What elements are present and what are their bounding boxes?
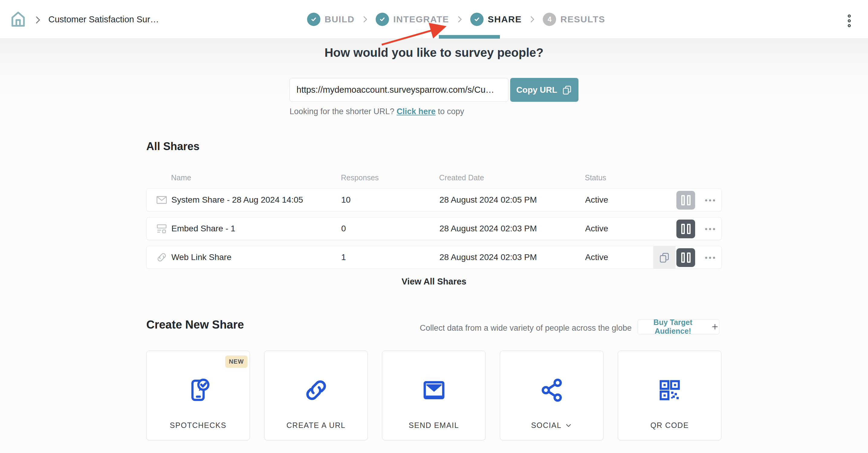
table-row[interactable]: System Share - 28 Aug 2024 14:05 10 28 A… <box>146 189 722 212</box>
step-chevron-icon <box>528 15 537 24</box>
chevron-down-icon[interactable] <box>564 422 572 429</box>
shorter-url-line: Looking for the shorter URL? Click here … <box>289 107 464 116</box>
shorter-url-suffix: to copy <box>435 107 464 116</box>
create-new-share-subtitle: Collect data from a wide variety of peop… <box>0 323 632 333</box>
social-share-icon <box>538 376 566 404</box>
share-created-date: 28 August 2024 02:03 PM <box>439 253 537 262</box>
copy-share-link-button[interactable] <box>653 246 676 269</box>
new-badge: NEW <box>225 355 248 368</box>
card-label: CREATE A URL <box>265 421 368 430</box>
kebab-horizontal-icon <box>705 257 707 259</box>
step-results[interactable]: 4 RESULTS <box>543 13 605 26</box>
qr-code-icon <box>656 376 684 404</box>
share-created-date: 28 August 2024 02:05 PM <box>439 195 537 205</box>
breadcrumb-chevron-icon <box>33 15 43 25</box>
share-card-spotchecks[interactable]: NEW SPOTCHECKS <box>146 351 250 440</box>
shorter-url-prefix: Looking for the shorter URL? <box>289 107 397 116</box>
share-card-send-email[interactable]: SEND EMAIL <box>382 351 486 440</box>
pause-share-button[interactable] <box>676 220 695 238</box>
survey-url-input[interactable] <box>289 78 508 102</box>
share-responses: 1 <box>341 253 346 262</box>
copy-icon <box>562 85 572 95</box>
plus-icon <box>711 322 719 331</box>
pause-share-button[interactable] <box>676 248 695 267</box>
pause-icon <box>681 253 685 263</box>
share-name: Web Link Share <box>172 253 231 262</box>
step-label: SHARE <box>488 14 522 25</box>
embed-icon <box>155 222 168 235</box>
kebab-horizontal-icon <box>705 199 707 201</box>
buy-target-audience-button[interactable]: Buy Target Audience! <box>638 319 719 334</box>
check-circle-icon <box>376 13 389 26</box>
row-menu-button[interactable] <box>703 189 717 212</box>
card-label: SPOTCHECKS <box>147 421 250 430</box>
kebab-horizontal-icon <box>705 228 707 230</box>
share-page: How would you like to survey people? Cop… <box>0 39 868 453</box>
check-circle-icon <box>470 13 484 26</box>
share-name: System Share - 28 Aug 2024 14:05 <box>172 195 303 205</box>
share-status: Active <box>585 195 608 205</box>
kebab-vertical-icon <box>848 14 851 18</box>
share-card-qr-code[interactable]: QR CODE <box>618 351 721 440</box>
link-icon <box>302 376 330 404</box>
breadcrumb[interactable]: Customer Satisfaction Sur… <box>49 14 159 25</box>
envelope-icon <box>155 193 168 206</box>
table-row[interactable]: Web Link Share 1 28 August 2024 02:03 PM… <box>146 246 722 269</box>
pause-share-button[interactable] <box>676 191 695 209</box>
spotchecks-icon <box>184 376 212 404</box>
step-number: 4 <box>548 15 552 24</box>
card-label-text: SOCIAL <box>531 421 562 430</box>
share-created-date: 28 August 2024 02:03 PM <box>439 224 537 233</box>
share-name: Embed Share - 1 <box>172 224 236 233</box>
buy-target-audience-label: Buy Target Audience! <box>638 318 708 335</box>
table-row[interactable]: Embed Share - 1 0 28 August 2024 02:03 P… <box>146 217 722 240</box>
step-chevron-icon <box>455 15 464 24</box>
share-card-create-a-url[interactable]: CREATE A URL <box>264 351 368 440</box>
copy-url-button[interactable]: Copy URL <box>510 78 579 102</box>
step-label: BUILD <box>324 14 354 25</box>
row-menu-button[interactable] <box>703 246 717 269</box>
step-integrate[interactable]: INTEGRATE <box>376 13 449 26</box>
column-header-status: Status <box>585 173 606 182</box>
column-header-created-date: Created Date <box>439 173 484 182</box>
link-icon <box>155 251 168 264</box>
column-header-name: Name <box>171 173 191 182</box>
card-label: SOCIAL <box>500 421 603 430</box>
step-label: RESULTS <box>560 14 605 25</box>
share-status: Active <box>585 253 608 262</box>
share-card-social[interactable]: SOCIAL <box>500 351 603 440</box>
home-icon <box>9 10 28 29</box>
email-icon <box>420 376 448 404</box>
share-responses: 10 <box>341 195 350 205</box>
row-menu-button[interactable] <box>703 218 717 240</box>
column-header-responses: Responses <box>341 173 379 182</box>
pause-icon <box>681 224 685 234</box>
card-label: SEND EMAIL <box>382 421 485 430</box>
step-chevron-icon <box>361 15 370 24</box>
all-shares-title: All Shares <box>146 140 199 153</box>
step-number-circle: 4 <box>543 13 556 26</box>
top-nav: Customer Satisfaction Sur… BUILD INTEGRA… <box>0 0 868 39</box>
copy-icon <box>658 252 670 264</box>
step-label: INTEGRATE <box>393 14 449 25</box>
card-label: QR CODE <box>618 421 721 430</box>
page-title: How would you like to survey people? <box>0 46 868 60</box>
share-responses: 0 <box>341 224 346 233</box>
nav-menu-button[interactable] <box>843 14 855 28</box>
click-here-link[interactable]: Click here <box>397 107 435 116</box>
copy-url-label: Copy URL <box>516 85 557 95</box>
check-circle-icon <box>307 13 320 26</box>
step-share[interactable]: SHARE <box>470 13 522 26</box>
wizard-steps: BUILD INTEGRATE SHARE 4 RESULTS <box>307 13 606 26</box>
active-step-underline <box>439 35 500 39</box>
step-build[interactable]: BUILD <box>307 13 354 26</box>
pause-icon <box>681 195 685 205</box>
view-all-shares-link[interactable]: View All Shares <box>0 277 868 287</box>
home-button[interactable] <box>8 10 28 29</box>
share-status: Active <box>585 224 608 233</box>
